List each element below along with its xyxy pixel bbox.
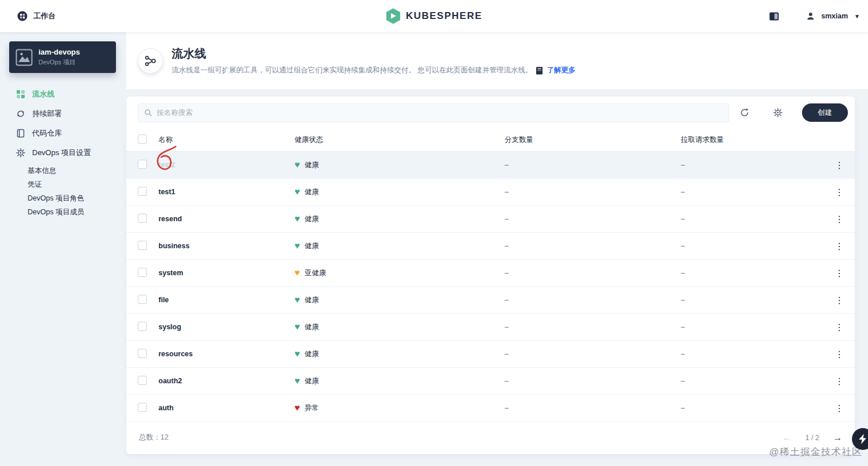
layout-toggle-icon[interactable] [769, 12, 779, 21]
row-menu-button[interactable]: ⋮ [831, 214, 848, 225]
sidebar-item-pipelines[interactable]: 流水线 [0, 84, 126, 104]
pipeline-name-link[interactable]: oauth2 [158, 377, 294, 385]
table-row[interactable]: system 亚健康 – – ⋮ [126, 260, 855, 287]
health-label: 亚健康 [305, 268, 327, 278]
pipelines-icon [16, 90, 25, 99]
table-row[interactable]: file 健康 – – ⋮ [126, 287, 855, 314]
sidebar-item-label: 持续部署 [32, 109, 62, 119]
pr-count: – [681, 296, 831, 304]
row-menu-button[interactable]: ⋮ [831, 349, 848, 360]
row-menu-button[interactable]: ⋮ [831, 295, 848, 306]
project-name: iam-devops [38, 48, 80, 56]
search-box[interactable] [138, 103, 729, 122]
total-value: 12 [161, 433, 169, 441]
health-label: 健康 [305, 349, 319, 359]
pipeline-name-link[interactable]: file [158, 296, 294, 304]
total-label: 总数： [139, 433, 161, 441]
row-menu-button[interactable]: ⋮ [831, 187, 848, 198]
table-row[interactable]: oauth2 健康 – – ⋮ [126, 368, 855, 395]
table-row[interactable]: auth 异常 – – ⋮ [126, 395, 855, 422]
toolbar: 创建 [126, 97, 855, 129]
pipeline-name-link[interactable]: test2 [158, 161, 294, 169]
table-row[interactable]: resend 健康 – – ⋮ [126, 206, 855, 233]
row-menu-button[interactable]: ⋮ [831, 322, 848, 333]
kubesphere-logo-icon [386, 8, 401, 24]
refresh-button[interactable] [735, 103, 754, 122]
sidebar-item-label: 代码仓库 [32, 128, 62, 138]
row-menu-button[interactable]: ⋮ [831, 241, 848, 252]
table-row[interactable]: business 健康 – – ⋮ [126, 233, 855, 260]
search-icon [144, 109, 152, 117]
settings-icon[interactable] [769, 103, 787, 122]
branch-count: – [505, 296, 681, 304]
page-header: 流水线 流水线是一组可扩展的工具，可以通过组合它们来实现持续集成和持续交付。 您… [126, 32, 868, 89]
row-checkbox[interactable] [138, 268, 147, 277]
workbench-button[interactable]: 工作台 [17, 11, 56, 21]
pipeline-badge-icon [138, 48, 163, 74]
prev-page-button[interactable]: ← [782, 433, 792, 442]
row-checkbox[interactable] [138, 349, 147, 358]
sidebar-item-settings[interactable]: DevOps 项目设置 [0, 143, 126, 163]
username[interactable]: smxiam [822, 12, 848, 20]
lightning-icon [859, 434, 867, 444]
row-checkbox[interactable] [138, 214, 147, 223]
health-label: 异常 [305, 403, 319, 413]
health-label: 健康 [305, 214, 319, 224]
sidebar-item-repos[interactable]: 代码仓库 [0, 124, 126, 143]
table-footer: 总数：12 ← 1 / 2 → [126, 422, 855, 453]
row-checkbox[interactable] [138, 295, 147, 304]
pipeline-name-link[interactable]: auth [158, 404, 294, 412]
branch-count: – [505, 377, 681, 385]
row-checkbox[interactable] [138, 241, 147, 250]
health-heart-icon [294, 322, 300, 332]
pr-count: – [681, 242, 831, 250]
search-input[interactable] [157, 109, 723, 117]
table-row[interactable]: resources 健康 – – ⋮ [126, 341, 855, 368]
health-heart-icon [294, 160, 300, 170]
pipeline-name-link[interactable]: syslog [158, 323, 294, 331]
row-menu-button[interactable]: ⋮ [831, 160, 848, 171]
pipeline-name-link[interactable]: business [158, 242, 294, 250]
row-menu-button[interactable]: ⋮ [831, 268, 848, 279]
health-label: 健康 [305, 160, 319, 170]
pipeline-name-link[interactable]: system [158, 269, 294, 277]
chevron-down-icon[interactable]: ▼ [854, 13, 860, 20]
sidebar-item-cd[interactable]: 持续部署 [0, 104, 126, 124]
table-header: 名称 健康状态 分支数量 拉取请求数量 [126, 129, 855, 152]
row-checkbox[interactable] [138, 322, 147, 331]
table-row[interactable]: syslog 健康 – – ⋮ [126, 314, 855, 341]
pr-count: – [681, 350, 831, 358]
branch-count: – [505, 323, 681, 331]
select-all-checkbox[interactable] [138, 134, 147, 144]
project-avatar-icon [16, 49, 33, 66]
pipeline-name-link[interactable]: resources [158, 350, 294, 358]
pr-count: – [681, 269, 831, 277]
row-checkbox[interactable] [138, 403, 147, 412]
pr-count: – [681, 215, 831, 223]
sidebar-subitem-project-members[interactable]: DevOps 项目成员 [28, 205, 126, 219]
learn-more-link[interactable]: 了解更多 [547, 66, 575, 75]
sidebar-subitem-basic-info[interactable]: 基本信息 [28, 164, 126, 178]
pipelines-card: 创建 名称 健康状态 分支数量 拉取请求数量 test2 健康 – – ⋮ te… [126, 97, 855, 454]
project-type: DevOps 项目 [38, 58, 80, 67]
col-branches: 分支数量 [505, 135, 681, 145]
row-menu-button[interactable]: ⋮ [831, 376, 848, 387]
table-row[interactable]: test1 健康 – – ⋮ [126, 179, 855, 206]
project-card[interactable]: iam-devops DevOps 项目 [9, 41, 116, 73]
row-checkbox[interactable] [138, 187, 147, 196]
next-page-button[interactable]: → [833, 433, 842, 442]
health-label: 健康 [305, 295, 319, 305]
row-menu-button[interactable]: ⋮ [831, 403, 848, 414]
sidebar-nav: 流水线 持续部署 代码仓库 DevOps 项目设置 基本信息 凭证 DevOps… [0, 84, 126, 219]
pipeline-name-link[interactable]: resend [158, 215, 294, 223]
row-checkbox[interactable] [138, 376, 147, 385]
branch-count: – [505, 404, 681, 412]
table-row[interactable]: test2 健康 – – ⋮ [126, 152, 855, 179]
create-button[interactable]: 创建 [802, 103, 848, 122]
sidebar-subitem-credentials[interactable]: 凭证 [28, 178, 126, 191]
sidebar-subitem-project-roles[interactable]: DevOps 项目角色 [28, 191, 126, 205]
col-name: 名称 [158, 135, 294, 145]
total-count: 总数：12 [139, 433, 168, 442]
row-checkbox[interactable] [138, 160, 147, 169]
pipeline-name-link[interactable]: test1 [158, 188, 294, 196]
